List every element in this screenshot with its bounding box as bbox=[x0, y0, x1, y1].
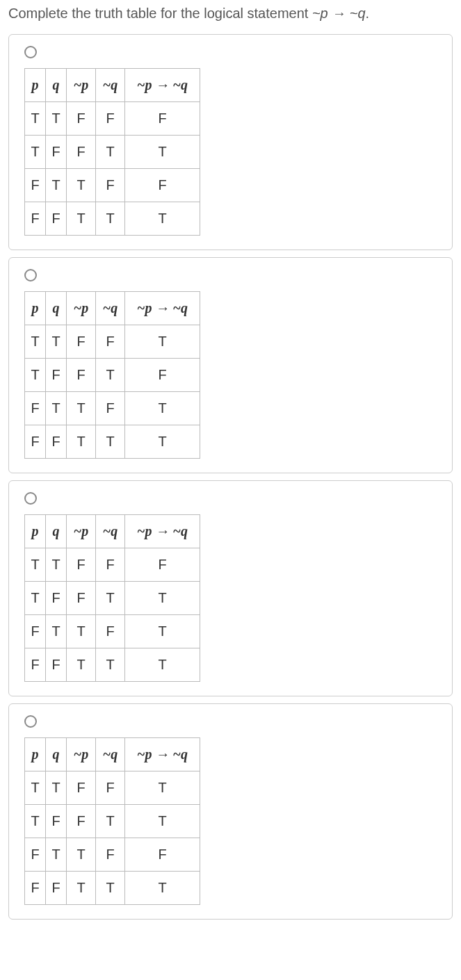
cell-p: T bbox=[25, 805, 46, 838]
cell-nq: T bbox=[96, 648, 125, 682]
cell-p: T bbox=[25, 136, 46, 169]
header-p: p bbox=[25, 69, 46, 102]
cell-np: T bbox=[67, 202, 96, 236]
cell-np: F bbox=[67, 805, 96, 838]
table-row: TFFTT bbox=[25, 805, 200, 838]
header-p: p bbox=[25, 515, 46, 548]
cell-nq: F bbox=[96, 102, 125, 136]
cell-res: F bbox=[125, 548, 200, 582]
cell-np: F bbox=[67, 136, 96, 169]
cell-res: T bbox=[125, 648, 200, 682]
question-suffix: . bbox=[366, 6, 370, 21]
cell-res: F bbox=[125, 169, 200, 202]
cell-q: F bbox=[46, 359, 67, 392]
cell-np: F bbox=[67, 102, 96, 136]
radio-button[interactable] bbox=[24, 269, 37, 281]
cell-q: T bbox=[46, 169, 67, 202]
table-row: TFFTT bbox=[25, 582, 200, 615]
header-res: ~p → ~q bbox=[125, 738, 200, 771]
table-row: FTTFF bbox=[25, 169, 200, 202]
cell-q: F bbox=[46, 648, 67, 682]
cell-p: T bbox=[25, 771, 46, 805]
radio-button[interactable] bbox=[24, 492, 37, 505]
cell-q: F bbox=[46, 582, 67, 615]
cell-nq: F bbox=[96, 392, 125, 425]
cell-np: F bbox=[67, 582, 96, 615]
cell-nq: F bbox=[96, 771, 125, 805]
cell-p: F bbox=[25, 838, 46, 872]
table-row: FFTTT bbox=[25, 425, 200, 459]
cell-nq: T bbox=[96, 582, 125, 615]
answer-option-0[interactable]: pq~p~q~p → ~qTTFFFTFFTTFTTFFFFTTT bbox=[8, 34, 453, 250]
header-q: q bbox=[46, 738, 67, 771]
cell-np: F bbox=[67, 771, 96, 805]
table-row: FFTTT bbox=[25, 648, 200, 682]
cell-nq: F bbox=[96, 548, 125, 582]
cell-q: T bbox=[46, 771, 67, 805]
table-row: FTTFT bbox=[25, 392, 200, 425]
cell-res: T bbox=[125, 425, 200, 459]
header-p: p bbox=[25, 738, 46, 771]
table-row: FFTTT bbox=[25, 202, 200, 236]
header-nq: ~q bbox=[96, 292, 125, 325]
cell-np: T bbox=[67, 425, 96, 459]
answer-option-1[interactable]: pq~p~q~p → ~qTTFFTTFFTFFTTFTFFTTT bbox=[8, 257, 453, 473]
cell-q: F bbox=[46, 872, 67, 905]
cell-res: F bbox=[125, 102, 200, 136]
radio-button[interactable] bbox=[24, 715, 37, 728]
table-row: TTFFT bbox=[25, 325, 200, 359]
cell-p: F bbox=[25, 392, 46, 425]
cell-res: F bbox=[125, 359, 200, 392]
table-row: TTFFT bbox=[25, 771, 200, 805]
cell-p: T bbox=[25, 359, 46, 392]
truth-table: pq~p~q~p → ~qTTFFFTFFTTFTTFFFFTTT bbox=[24, 68, 200, 236]
table-row: FTTFT bbox=[25, 615, 200, 648]
cell-q: T bbox=[46, 325, 67, 359]
cell-res: T bbox=[125, 136, 200, 169]
radio-button[interactable] bbox=[24, 46, 37, 58]
table-row: FFTTT bbox=[25, 872, 200, 905]
cell-p: T bbox=[25, 582, 46, 615]
header-p: p bbox=[25, 292, 46, 325]
cell-p: F bbox=[25, 648, 46, 682]
cell-np: T bbox=[67, 838, 96, 872]
cell-nq: F bbox=[96, 325, 125, 359]
cell-p: F bbox=[25, 169, 46, 202]
table-row: FTTFF bbox=[25, 838, 200, 872]
cell-nq: F bbox=[96, 169, 125, 202]
cell-res: T bbox=[125, 805, 200, 838]
header-np: ~p bbox=[67, 515, 96, 548]
cell-res: T bbox=[125, 582, 200, 615]
header-res: ~p → ~q bbox=[125, 292, 200, 325]
cell-p: T bbox=[25, 102, 46, 136]
header-np: ~p bbox=[67, 738, 96, 771]
table-row: TFFTF bbox=[25, 359, 200, 392]
cell-res: T bbox=[125, 771, 200, 805]
cell-q: T bbox=[46, 548, 67, 582]
header-res: ~p → ~q bbox=[125, 69, 200, 102]
header-nq: ~q bbox=[96, 69, 125, 102]
cell-nq: T bbox=[96, 425, 125, 459]
cell-nq: T bbox=[96, 136, 125, 169]
cell-res: T bbox=[125, 202, 200, 236]
cell-np: F bbox=[67, 325, 96, 359]
cell-res: F bbox=[125, 838, 200, 872]
cell-q: T bbox=[46, 102, 67, 136]
cell-np: T bbox=[67, 615, 96, 648]
truth-table: pq~p~q~p → ~qTTFFTTFFTFFTTFTFFTTT bbox=[24, 291, 200, 459]
header-res: ~p → ~q bbox=[125, 515, 200, 548]
answer-option-3[interactable]: pq~p~q~p → ~qTTFFTTFFTTFTTFFFFTTT bbox=[8, 703, 453, 920]
answer-option-2[interactable]: pq~p~q~p → ~qTTFFFTFFTTFTTFTFFTTT bbox=[8, 480, 453, 696]
cell-q: F bbox=[46, 425, 67, 459]
question-text: Complete the truth table for the logical… bbox=[0, 0, 461, 27]
question-expression: ~p → ~q bbox=[312, 6, 366, 21]
cell-nq: T bbox=[96, 872, 125, 905]
cell-p: T bbox=[25, 325, 46, 359]
cell-res: T bbox=[125, 872, 200, 905]
cell-q: F bbox=[46, 202, 67, 236]
table-row: TTFFF bbox=[25, 102, 200, 136]
cell-np: T bbox=[67, 872, 96, 905]
cell-p: F bbox=[25, 202, 46, 236]
header-nq: ~q bbox=[96, 738, 125, 771]
cell-nq: T bbox=[96, 805, 125, 838]
